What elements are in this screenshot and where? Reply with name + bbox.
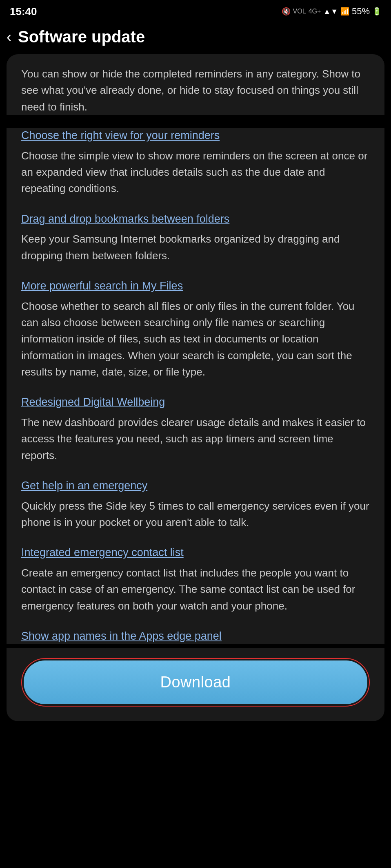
signal-icon: ▲▼ — [323, 7, 338, 16]
feature-desc-bookmarks: Keep your Samsung Internet bookmarks org… — [21, 231, 370, 264]
feature-desc-reminders-view: Choose the simple view to show more remi… — [21, 148, 370, 197]
content-card-main: Choose the right view for your reminders… — [7, 128, 384, 644]
feature-title-emergency-contact: Integrated emergency contact list — [21, 545, 370, 561]
page-header: ‹ Software update — [0, 21, 391, 54]
battery-icon: 🔋 — [372, 7, 381, 16]
status-time: 15:40 — [10, 5, 37, 18]
feature-digital-wellbeing: Redesigned Digital Wellbeing The new das… — [21, 395, 370, 464]
feature-title-emergency-help: Get help in an emergency — [21, 478, 370, 494]
feature-reminders-view: Choose the right view for your reminders… — [21, 128, 370, 197]
intro-text: You can show or hide the completed remin… — [21, 66, 370, 115]
feature-my-files-search: More powerful search in My Files Choose … — [21, 278, 370, 380]
content-card-top: You can show or hide the completed remin… — [7, 54, 384, 115]
lte-icon: 4G+ — [309, 8, 321, 15]
download-button[interactable]: Download — [24, 660, 367, 704]
feature-desc-my-files: Choose whether to search all files or on… — [21, 298, 370, 380]
mute-icon: 🔇 — [282, 7, 291, 16]
feature-bookmarks-drag: Drag and drop bookmarks between folders … — [21, 212, 370, 264]
network-icon: VOL — [293, 8, 306, 15]
feature-desc-wellbeing: The new dashboard provides clearer usage… — [21, 414, 370, 464]
battery-level: 55% — [352, 6, 370, 17]
feature-title-bookmarks: Drag and drop bookmarks between folders — [21, 212, 370, 227]
page-title: Software update — [18, 28, 145, 46]
feature-title-my-files: More powerful search in My Files — [21, 278, 370, 294]
feature-emergency-contact: Integrated emergency contact list Create… — [21, 545, 370, 614]
feature-title-wellbeing: Redesigned Digital Wellbeing — [21, 395, 370, 410]
wifi-signal-icon: 📶 — [340, 7, 349, 16]
back-button[interactable]: ‹ — [7, 30, 11, 44]
feature-title-reminders-view: Choose the right view for your reminders — [21, 128, 370, 144]
status-icons: 🔇 VOL 4G+ ▲▼ 📶 55% 🔋 — [282, 6, 381, 17]
status-bar: 15:40 🔇 VOL 4G+ ▲▼ 📶 55% 🔋 — [0, 0, 391, 21]
download-area: Download — [7, 648, 384, 721]
feature-emergency-help: Get help in an emergency Quickly press t… — [21, 478, 370, 530]
feature-app-names: Show app names in the Apps edge panel — [21, 629, 370, 644]
feature-title-app-names: Show app names in the Apps edge panel — [21, 629, 370, 644]
feature-desc-emergency-contact: Create an emergency contact list that in… — [21, 565, 370, 614]
download-button-wrapper: Download — [21, 658, 370, 707]
feature-desc-emergency-help: Quickly press the Side key 5 times to ca… — [21, 498, 370, 531]
